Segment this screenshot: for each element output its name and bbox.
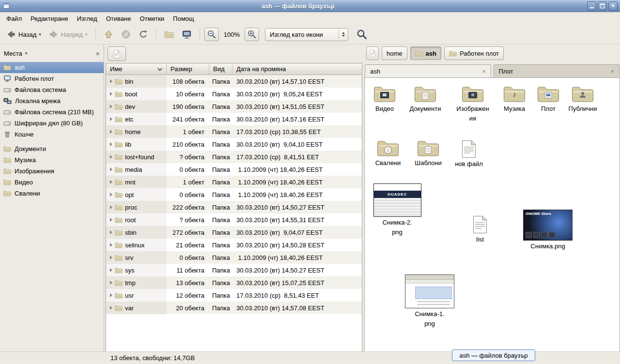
expander-icon[interactable] [110,180,112,184]
chevron-down-icon[interactable]: ▾ [25,51,28,56]
tab-ash[interactable]: ash× [365,64,491,77]
column-header-name[interactable]: Име [106,63,167,75]
column-header-size[interactable]: Размер [167,63,209,75]
expander-icon[interactable] [110,256,112,259]
table-row[interactable]: root? обектаПапка30.03.2010 (вт) 14,55,3… [106,213,362,226]
pathbar-button-desktop[interactable]: Работен плот [444,46,504,60]
table-row[interactable]: srv0 обектаПапка 1.10.2009 (чт) 18,40,26… [106,251,362,264]
table-row[interactable]: bin108 обектаПапка30.03.2010 (вт) 14,57,… [106,75,362,88]
reload-button[interactable] [135,27,152,42]
sidebar-close-icon[interactable]: × [95,49,100,58]
icon-item-snimka-2-png[interactable]: GUADECСнимка-2.png [371,183,424,236]
forward-button[interactable]: Напред ▾ [46,27,91,42]
sidebar-item-video[interactable]: Видео [0,177,104,188]
table-row[interactable]: var20 обектаПапка30.03.2010 (вт) 14,57,0… [106,302,362,314]
sidebar-item-trash[interactable]: Кошче [0,129,104,140]
titlebar[interactable]: ash — файлов браузър × [0,0,620,12]
expander-icon[interactable] [110,92,112,96]
table-row[interactable]: home1 обектПапка17.03.2010 (ср) 10,38,55… [106,125,362,138]
sidebar-item-images[interactable]: Изображения [0,166,104,177]
sidebar-item-filesystem-210mb[interactable]: Файлова система (210 MB) [0,106,104,118]
table-row[interactable]: lib210 обектаПапка30.03.2010 (вт) 9,04,1… [106,138,362,151]
expander-icon[interactable] [110,306,112,310]
expander-icon[interactable] [110,281,112,285]
sidebar-item-documents[interactable]: Документи [0,143,104,154]
table-row[interactable]: usr12 обектаПапка17.03.2010 (ср) 8,51,43… [106,289,362,302]
expander-icon[interactable] [110,105,112,108]
expander-icon[interactable] [110,205,112,209]
sidebar-item-ash[interactable]: ash [0,62,104,73]
sidebar-item-music[interactable]: Музика [0,154,104,166]
icon-item-downloads-folder[interactable]: Свалени [368,139,408,167]
column-header-type[interactable]: Вид [209,63,232,75]
menu-item-bookmarks[interactable]: Отметки [135,13,169,24]
maximize-button[interactable] [598,1,607,11]
expander-icon[interactable] [110,243,112,247]
zoom-out-button[interactable] [204,28,219,41]
expander-icon[interactable] [110,142,112,146]
sidebar-item-encrypted-80gb[interactable]: Шифриран дял (80 GB) [0,118,104,129]
icon-item-video-folder[interactable]: Видео [364,85,405,113]
tab-close-icon[interactable]: × [610,68,614,75]
table-row[interactable]: selinux21 обектаПапка30.03.2010 (вт) 14,… [106,239,362,251]
tree-pane-location-button[interactable] [108,46,126,61]
expander-icon[interactable] [110,268,112,272]
menu-item-file[interactable]: Файл [2,13,26,24]
search-button[interactable] [354,28,370,41]
expander-icon[interactable] [110,218,112,222]
icon-view[interactable]: ВидеоДокументиИзображенияМузикаПлотПубли… [364,77,620,351]
expander-icon[interactable] [110,293,112,297]
minimize-button[interactable] [587,1,596,11]
expander-icon[interactable] [110,155,112,159]
expander-icon[interactable] [110,230,112,234]
table-row[interactable]: proc222 обектаПапка30.03.2010 (вт) 14,50… [106,201,362,213]
table-row[interactable]: opt0 обектаПапка 1.10.2009 (чт) 18,40,26… [106,188,362,201]
icon-item-public-folder[interactable]: Публични [562,85,603,113]
column-header-date[interactable]: Дата на промяна [232,63,362,75]
expander-icon[interactable] [110,193,112,197]
tab-plot[interactable]: Плот× [494,64,620,77]
pathbar-button-ash[interactable]: ash [410,46,441,60]
icon-item-snimka-1-png[interactable]: Снимка-1.png [403,274,456,328]
menu-item-edit[interactable]: Редактиране [26,13,73,24]
window-list-hint[interactable]: ash — файлов браузър [452,349,535,361]
tab-close-icon[interactable]: × [482,68,486,75]
table-row[interactable]: etc241 обектаПапка30.03.2010 (вт) 14,57,… [106,113,362,125]
expander-icon[interactable] [110,79,112,83]
table-row[interactable]: boot10 обектаПапка30.03.2010 (вт) 9,05,2… [106,88,362,100]
expander-icon[interactable] [110,167,112,171]
sidebar-item-desktop[interactable]: Работен плот [0,73,104,84]
up-button[interactable] [100,27,117,42]
sidebar-item-filesystem[interactable]: Файлова система [0,84,104,95]
expander-icon[interactable] [110,130,112,134]
sidebar-title[interactable]: Места [4,50,22,57]
spinner-icon[interactable] [339,30,345,39]
icon-item-documents-folder[interactable]: Документи [405,85,446,113]
computer-button[interactable] [178,27,195,42]
table-row[interactable]: sys11 обектаПапка30.03.2010 (вт) 14,50,2… [106,264,362,276]
menu-item-view[interactable]: Изглед [73,13,102,24]
table-row[interactable]: tmp13 обектаПапка30.03.2010 (вт) 15,07,2… [106,276,362,289]
menu-item-go[interactable]: Отиване [102,13,136,24]
icon-item-list-file[interactable]: list [460,215,500,243]
icon-item-images-folder[interactable]: Изображения [452,85,493,122]
view-mode-select[interactable]: Изглед като икони [265,28,348,41]
sidebar-item-local-network[interactable]: Локална мрежа [0,95,104,106]
icon-item-new-file[interactable]: нов файл [449,140,489,168]
table-row[interactable]: mnt1 обектПапка 1.10.2009 (чт) 18,40,26 … [106,176,362,188]
sidebar-item-downloads[interactable]: Свалени [0,188,104,199]
close-button[interactable]: × [608,1,618,11]
menu-item-help[interactable]: Помощ [169,13,198,24]
table-row[interactable]: sbin272 обектаПапка30.03.2010 (вт) 9,04,… [106,226,362,239]
table-row[interactable]: media0 обектаПапка 1.10.2009 (чт) 18,40,… [106,163,362,176]
back-button[interactable]: Назад ▾ [3,27,45,42]
table-row[interactable]: lost+found? обектаПапка17.03.2010 (ср) 8… [106,151,362,163]
zoom-in-button[interactable] [245,28,259,41]
expander-icon[interactable] [110,117,112,121]
icon-item-templates-folder[interactable]: Шаблони [408,139,449,167]
pathbar-button-home[interactable]: home [382,46,407,60]
table-row[interactable]: dev190 обектаПапка30.03.2010 (вт) 14,51,… [106,100,362,113]
icon-item-snimka-png[interactable]: GNOME StoreСнимка.png [521,210,574,250]
home-button[interactable] [161,28,177,41]
pathbar-button-root[interactable] [366,46,379,60]
